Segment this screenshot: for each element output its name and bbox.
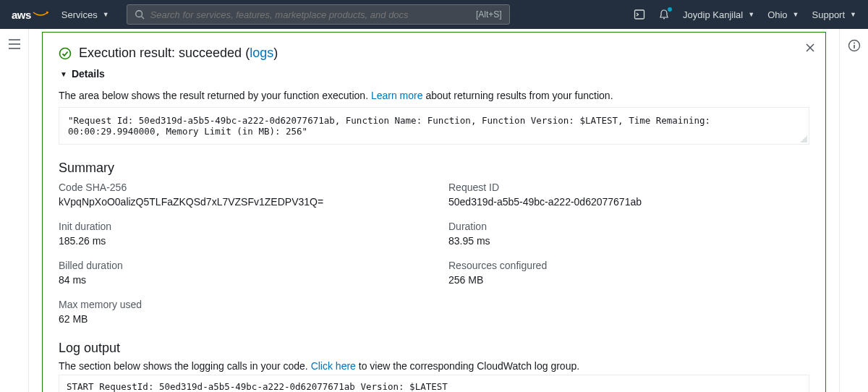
region-name: Ohio [767, 9, 787, 20]
logs-link[interactable]: logs [250, 46, 273, 60]
search-input[interactable] [150, 9, 470, 20]
success-icon [59, 47, 72, 60]
cloudshell-button[interactable] [634, 9, 645, 20]
label: Duration [448, 221, 809, 232]
right-rail [839, 29, 868, 392]
svg-point-3 [663, 18, 665, 20]
aws-logo-text: aws [12, 9, 31, 21]
support-menu[interactable]: Support ▼ [812, 9, 856, 20]
value: 62 MB [59, 313, 420, 325]
value: 256 MB [448, 274, 809, 286]
details-toggle[interactable]: ▼ Details [59, 68, 809, 80]
search-shortcut: [Alt+S] [476, 9, 502, 20]
learn-more-link[interactable]: Learn more [371, 90, 423, 101]
caret-down-icon: ▼ [748, 11, 754, 18]
info-button[interactable] [848, 39, 861, 52]
svg-point-9 [60, 48, 71, 59]
aws-logo[interactable]: aws [12, 9, 48, 21]
cloudwatch-link[interactable]: Click here [311, 360, 356, 372]
status-title-suffix: ) [273, 46, 278, 60]
top-nav: aws Services ▼ [Alt+S] Joydip Kanjilal ▼… [0, 0, 868, 29]
value: 83.95 ms [448, 235, 809, 247]
user-name: Joydip Kanjilal [683, 9, 743, 20]
log-output-box[interactable]: START RequestId: 50ed319d-a5b5-49bc-a222… [59, 375, 809, 392]
caret-down-icon: ▼ [793, 11, 799, 18]
caret-down-icon: ▼ [850, 11, 856, 18]
caret-down-icon: ▼ [103, 11, 109, 18]
status-header: Execution result: succeeded (logs) [59, 46, 809, 61]
global-search[interactable]: [Alt+S] [127, 4, 510, 25]
services-label: Services [61, 9, 98, 20]
notifications-button[interactable] [658, 9, 670, 20]
summary-grid: Code SHA-256 kVpqNpXoO0alizQ5TLFaZKQSd7x… [59, 182, 809, 325]
support-label: Support [812, 9, 846, 20]
label: Max memory used [59, 299, 420, 310]
log-output-heading: Log output [59, 341, 809, 356]
result-output[interactable]: "Request Id: 50ed319d-a5b5-49bc-a222-0d6… [59, 107, 809, 145]
svg-line-1 [141, 17, 144, 20]
info-icon [848, 39, 861, 52]
execution-result-panel: Execution result: succeeded (logs) ▼ Det… [42, 32, 826, 392]
status-title-prefix: Execution result: succeeded ( [79, 46, 250, 60]
field-init-duration: Init duration 185.26 ms [59, 221, 420, 247]
summary-heading: Summary [59, 161, 809, 176]
label: Billed duration [59, 260, 420, 271]
left-rail [0, 29, 29, 392]
log-description: The section below shows the logging call… [59, 360, 809, 372]
svg-rect-2 [635, 10, 644, 19]
field-request-id: Request ID 50ed319d-a5b5-49bc-a222-0d620… [448, 182, 809, 208]
field-billed-duration: Billed duration 84 ms [59, 260, 420, 286]
field-resources-configured: Resources configured 256 MB [448, 260, 809, 286]
field-duration: Duration 83.95 ms [448, 221, 809, 247]
value: 50ed319d-a5b5-49bc-a222-0d62077671ab [448, 196, 809, 208]
close-button[interactable] [805, 43, 815, 53]
status-title: Execution result: succeeded (logs) [79, 46, 278, 61]
field-max-memory-used: Max memory used 62 MB [59, 299, 420, 325]
label: Request ID [448, 182, 809, 193]
details-label: Details [72, 68, 105, 80]
label: Resources configured [448, 260, 809, 271]
hamburger-icon [9, 39, 20, 49]
main-content[interactable]: Execution result: succeeded (logs) ▼ Det… [29, 29, 839, 392]
result-description: The area below shows the result returned… [59, 90, 809, 101]
open-nav-button[interactable] [9, 39, 20, 49]
value: 185.26 ms [59, 235, 420, 247]
triangle-down-icon: ▼ [60, 70, 67, 78]
value: 84 ms [59, 274, 420, 286]
notification-dot-icon [668, 7, 672, 12]
svg-point-0 [135, 11, 142, 17]
label: Init duration [59, 221, 420, 232]
aws-smile-icon [33, 11, 48, 18]
value: kVpqNpXoO0alizQ5TLFaZKQSd7xL7VZSFv1ZEDPV… [59, 196, 420, 208]
label: Code SHA-256 [59, 182, 420, 193]
field-code-sha: Code SHA-256 kVpqNpXoO0alizQ5TLFaZKQSd7x… [59, 182, 420, 208]
svg-point-11 [854, 43, 855, 44]
close-icon [805, 43, 815, 53]
terminal-icon [634, 9, 645, 20]
region-menu[interactable]: Ohio ▼ [767, 9, 799, 20]
services-menu[interactable]: Services ▼ [61, 9, 109, 20]
search-icon [135, 9, 145, 20]
account-menu[interactable]: Joydip Kanjilal ▼ [683, 9, 754, 20]
